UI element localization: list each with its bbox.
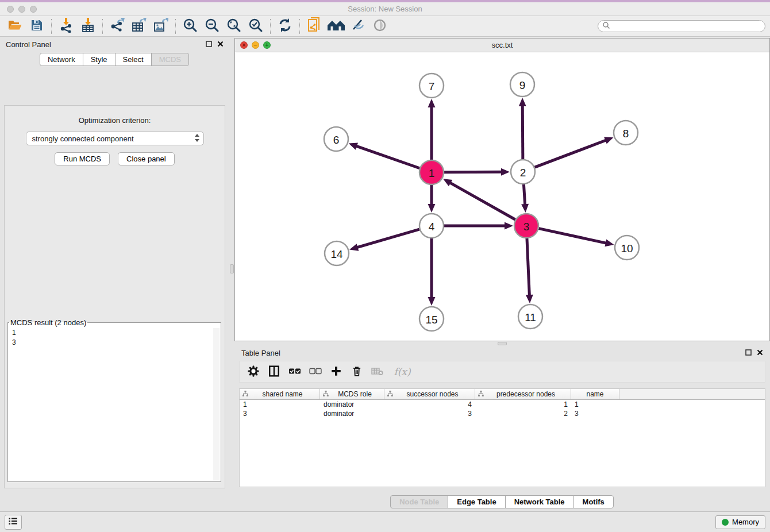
zoom-selected-button[interactable] [245, 18, 266, 35]
export-network-button[interactable] [107, 18, 128, 35]
node-table[interactable]: shared name MCDS role successor nodes [239, 388, 765, 487]
graph-node-4[interactable]: 4 [419, 214, 444, 238]
maximize-network-button[interactable]: + [263, 41, 271, 49]
tab-network-table[interactable]: Network Table [505, 495, 574, 508]
column-header-successor-nodes[interactable]: successor nodes [384, 389, 475, 399]
graph-node-1[interactable]: 1 [419, 160, 444, 184]
select-all-button[interactable] [286, 363, 304, 380]
control-panel-header: Control Panel [0, 37, 229, 52]
tab-select[interactable]: Select [115, 53, 152, 66]
tab-edge-table[interactable]: Edge Table [448, 495, 505, 508]
graph-node-9[interactable]: 9 [510, 72, 534, 97]
search-input[interactable] [613, 22, 761, 30]
network-window-titlebar[interactable]: × − + scc.txt [235, 38, 769, 52]
splitter-handle[interactable] [230, 264, 234, 273]
toolbar-separator [102, 19, 103, 34]
table-panel: Table Panel [234, 346, 770, 511]
column-layout-button[interactable] [265, 363, 283, 380]
select-stepper-icon [194, 133, 200, 144]
hide-panel-button[interactable] [348, 18, 368, 35]
table-panel-header: Table Panel [234, 346, 770, 360]
refresh-layout-button[interactable] [275, 18, 295, 35]
graph-node-14[interactable]: 14 [325, 241, 349, 265]
horizontal-splitter[interactable] [234, 341, 770, 346]
hide-eye-icon [351, 18, 365, 34]
window-controls[interactable] [7, 6, 37, 13]
splitter-handle[interactable] [498, 342, 507, 345]
toolbar-separator [51, 19, 52, 34]
column-header-filler [619, 389, 765, 399]
tab-node-table[interactable]: Node Table [390, 495, 448, 508]
show-eye-button[interactable] [369, 18, 390, 35]
network-window-title: scc.txt [492, 41, 513, 49]
search-box[interactable] [598, 20, 765, 32]
graph-node-2[interactable]: 2 [511, 160, 535, 184]
result-scrollbar[interactable] [213, 328, 220, 480]
hierarchy-icon [387, 390, 393, 398]
run-mcds-button[interactable]: Run MCDS [55, 152, 110, 165]
svg-text:3: 3 [523, 221, 530, 233]
column-header-mcds-role[interactable]: MCDS role [320, 389, 384, 399]
graph-node-7[interactable]: 7 [419, 74, 444, 98]
criterion-select[interactable]: strongly connected component [26, 132, 204, 145]
cell-mcds-role: dominator [320, 410, 384, 418]
table-row[interactable]: 1 dominator 4 1 1 [240, 400, 765, 409]
zoom-out-button[interactable] [202, 18, 222, 35]
save-session-button[interactable] [26, 18, 47, 35]
close-panel-icon[interactable] [217, 39, 224, 49]
zoom-fit-button[interactable] [224, 18, 244, 35]
hierarchy-icon [478, 390, 484, 398]
column-header-shared-name[interactable]: shared name [240, 389, 320, 399]
cell-name: 3 [571, 410, 619, 418]
title-bar[interactable]: Session: New Session [0, 2, 770, 16]
graph-node-6[interactable]: 6 [324, 127, 348, 151]
zoom-in-button[interactable] [180, 18, 201, 35]
add-entry-button[interactable] [327, 363, 345, 380]
graph-node-10[interactable]: 10 [615, 236, 639, 260]
minimize-window-button[interactable] [18, 6, 25, 13]
zoom-selected-icon [248, 18, 263, 34]
main-toolbar [0, 16, 770, 37]
table-settings-button[interactable] [244, 363, 263, 380]
new-network-from-selection-button[interactable] [304, 18, 325, 35]
tab-style[interactable]: Style [83, 53, 116, 66]
graph-node-8[interactable]: 8 [614, 121, 638, 145]
table-row[interactable]: 3 dominator 3 2 3 [240, 409, 765, 418]
network-graph[interactable]: 7968124314101511 [235, 52, 769, 341]
task-history-button[interactable] [5, 515, 22, 530]
open-session-button[interactable] [5, 18, 25, 35]
svg-text:8: 8 [623, 128, 629, 140]
deselect-all-button[interactable] [306, 363, 325, 380]
close-network-button[interactable]: × [240, 41, 248, 49]
status-bar: Memory [0, 511, 770, 532]
tab-motifs[interactable]: Motifs [573, 495, 614, 508]
criterion-select-value: strongly connected component [32, 134, 134, 143]
mcds-result-legend: MCDS result (2 nodes) [9, 318, 87, 327]
import-table-button[interactable] [78, 18, 98, 35]
close-panel-button[interactable]: Close panel [118, 152, 175, 165]
result-line: 1 [12, 328, 221, 338]
close-window-button[interactable] [7, 6, 14, 13]
float-panel-icon[interactable] [745, 348, 752, 358]
optimization-criterion-label: Optimization criterion: [5, 116, 225, 125]
export-image-button[interactable] [151, 18, 171, 35]
tab-mcds[interactable]: MCDS [151, 53, 189, 66]
import-network-button[interactable] [56, 18, 76, 35]
memory-button[interactable]: Memory [715, 515, 765, 529]
vertical-splitter[interactable] [229, 37, 234, 511]
home-layout-button[interactable] [326, 18, 346, 35]
column-header-name[interactable]: name [571, 389, 619, 399]
graph-node-3[interactable]: 3 [514, 214, 538, 238]
graph-node-11[interactable]: 11 [518, 304, 542, 329]
maximize-window-button[interactable] [30, 6, 37, 13]
column-header-predecessor-nodes[interactable]: predecessor nodes [475, 389, 571, 399]
delete-entry-button[interactable] [348, 363, 366, 380]
graph-node-15[interactable]: 15 [419, 307, 444, 331]
minimize-network-button[interactable]: − [252, 41, 259, 49]
mcds-panel-body: Optimization criterion: strongly connect… [4, 105, 225, 488]
float-panel-icon[interactable] [206, 39, 212, 49]
hierarchy-icon [242, 390, 248, 398]
close-panel-icon[interactable] [757, 348, 763, 358]
export-table-button[interactable] [129, 18, 149, 35]
tab-network[interactable]: Network [40, 53, 83, 66]
